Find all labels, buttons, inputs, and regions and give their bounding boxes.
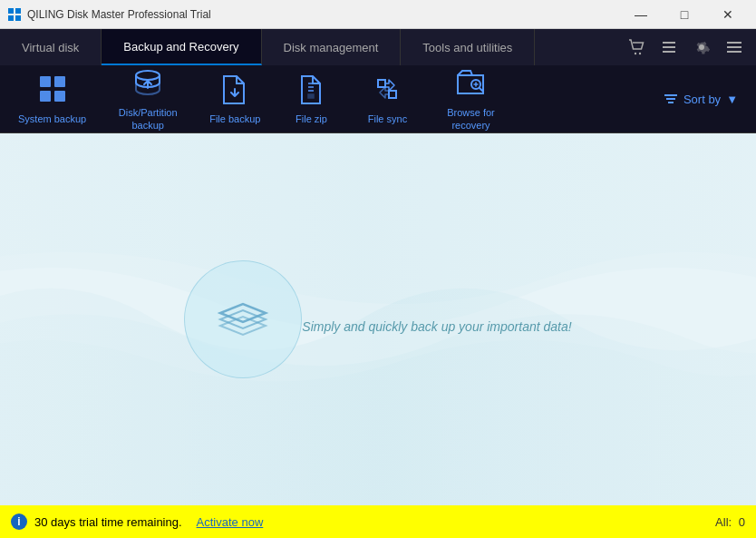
settings-icon-button[interactable] [687, 33, 716, 62]
system-backup-button[interactable]: System backup [7, 67, 97, 131]
system-backup-icon [36, 73, 69, 110]
tab-disk-management[interactable]: Disk management [262, 29, 402, 65]
browse-recovery-icon [454, 66, 487, 103]
title-bar: QILING Disk Master Professional Trial — … [0, 0, 756, 29]
all-label: All: [715, 515, 732, 529]
file-backup-button[interactable]: File backup [199, 67, 271, 131]
sort-by-button[interactable]: Sort by ▼ [653, 92, 749, 106]
toolbar: System backup Disk/Partition backup [0, 65, 756, 133]
info-icon: i [11, 514, 27, 530]
svg-rect-7 [663, 46, 675, 48]
disk-partition-backup-button[interactable]: Disk/Partition backup [101, 61, 195, 136]
list-icon-button[interactable] [654, 33, 683, 62]
svg-rect-11 [727, 51, 741, 53]
disk-partition-backup-icon [131, 66, 164, 103]
tab-virtual-disk[interactable]: Virtual disk [0, 29, 102, 65]
activate-button[interactable]: Activate now [197, 515, 264, 529]
main-tabs-list: Virtual disk Backup and Recovery Disk ma… [0, 29, 615, 65]
main-navigation: Virtual disk Backup and Recovery Disk ma… [0, 29, 756, 65]
file-sync-icon [371, 73, 403, 110]
trial-status-text: 30 days trial time remaining. [34, 515, 182, 529]
center-logo-circle [184, 260, 302, 378]
file-zip-button[interactable]: File zip [275, 67, 347, 131]
sort-by-arrow: ▼ [726, 93, 738, 106]
file-sync-label: File sync [368, 113, 407, 125]
svg-point-5 [639, 53, 641, 54]
toolbar-items: System backup Disk/Partition backup [7, 61, 653, 136]
system-backup-label: System backup [18, 113, 86, 125]
content-area: Simply and quickly back up your importan… [0, 133, 756, 505]
disk-partition-backup-label: Disk/Partition backup [111, 107, 184, 131]
browse-recovery-button[interactable]: Browse for recovery [427, 61, 514, 136]
file-zip-label: File zip [296, 113, 327, 125]
svg-rect-22 [666, 98, 675, 100]
svg-point-16 [136, 71, 160, 80]
status-bar: i 30 days trial time remaining. Activate… [0, 505, 756, 538]
browse-recovery-label: Browse for recovery [438, 107, 503, 131]
app-icon [7, 7, 22, 22]
svg-rect-23 [668, 102, 674, 103]
svg-rect-12 [40, 76, 51, 87]
svg-rect-1 [15, 8, 21, 14]
content-tagline: Simply and quickly back up your importan… [302, 319, 571, 334]
window-title: QILING Disk Master Professional Trial [27, 8, 620, 21]
hamburger-icon-button[interactable] [720, 33, 749, 62]
svg-rect-14 [40, 91, 51, 102]
svg-rect-3 [15, 15, 21, 21]
file-zip-icon [295, 73, 327, 110]
close-button[interactable]: ✕ [707, 0, 749, 29]
svg-rect-2 [8, 15, 14, 21]
svg-rect-9 [727, 42, 741, 44]
file-backup-label: File backup [209, 113, 260, 125]
all-count: 0 [739, 515, 745, 529]
cart-icon-button[interactable] [622, 33, 651, 62]
svg-rect-8 [663, 51, 675, 53]
status-count: All: 0 [715, 515, 745, 529]
svg-rect-0 [8, 8, 14, 14]
file-sync-button[interactable]: File sync [351, 67, 423, 131]
window-controls: — □ ✕ [620, 0, 749, 29]
tab-tools-utilities[interactable]: Tools and utilities [401, 29, 535, 65]
tab-backup-recovery[interactable]: Backup and Recovery [102, 29, 261, 65]
svg-rect-10 [727, 46, 741, 48]
minimize-button[interactable]: — [620, 0, 662, 29]
sort-by-label: Sort by [683, 93, 721, 106]
svg-rect-13 [54, 76, 65, 87]
svg-point-4 [635, 53, 636, 54]
file-backup-icon [218, 73, 251, 110]
header-icon-buttons [615, 29, 756, 65]
svg-rect-21 [664, 94, 677, 96]
maximize-button[interactable]: □ [664, 0, 705, 29]
svg-rect-6 [663, 42, 675, 44]
svg-rect-15 [54, 91, 65, 102]
